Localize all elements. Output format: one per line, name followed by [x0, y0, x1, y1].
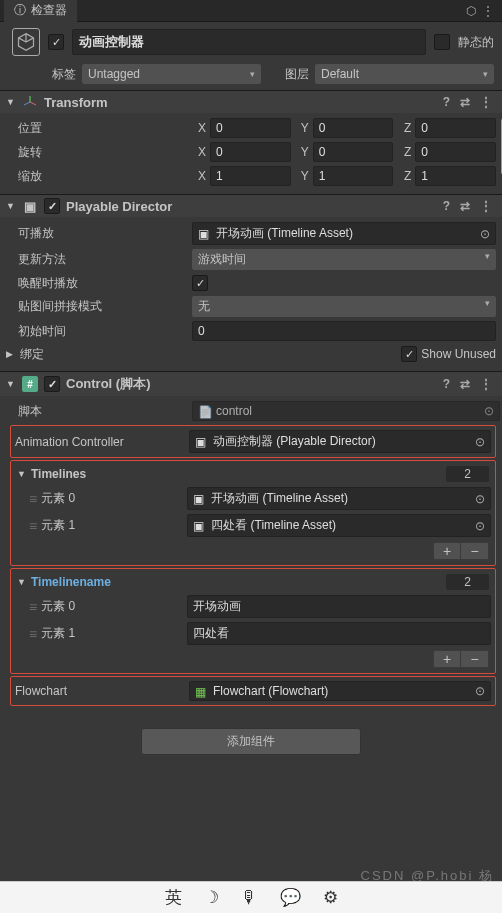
add-component-button[interactable]: 添加组件 — [141, 728, 361, 755]
preset-icon[interactable]: ⇄ — [460, 95, 470, 109]
z-label: Z — [397, 121, 411, 135]
gameobject-name-input[interactable]: 动画控制器 — [72, 29, 426, 55]
rotation-x-input[interactable]: 0 — [210, 142, 291, 162]
rotation-y-input[interactable]: 0 — [313, 142, 394, 162]
tag-label: 标签 — [52, 66, 76, 83]
object-picker-icon[interactable]: ⊙ — [475, 492, 485, 506]
flowchart-field[interactable]: ▦ Flowchart (Flowchart) ⊙ — [189, 681, 491, 701]
timelines-highlight: ▼ Timelines 2 ≡ 元素 0 ▣ 开场动画 (Timeline As… — [10, 460, 496, 566]
help-icon[interactable]: ? — [443, 377, 450, 391]
help-icon[interactable]: ? — [443, 199, 450, 213]
object-picker-icon[interactable]: ⊙ — [475, 435, 485, 449]
scale-x-input[interactable]: 1 — [210, 166, 291, 186]
moon-icon[interactable]: ☽ — [204, 887, 219, 908]
lock-icon[interactable]: ⬡ — [466, 4, 476, 18]
object-picker-icon[interactable]: ⊙ — [475, 684, 485, 698]
tag-dropdown[interactable]: Untagged — [82, 64, 261, 84]
position-x-input[interactable]: 0 — [210, 118, 291, 138]
director-header[interactable]: ▼ ▣ Playable Director ? ⇄ ⋮ — [0, 195, 502, 217]
drag-handle-icon[interactable]: ≡ — [29, 491, 35, 507]
drag-handle-icon[interactable]: ≡ — [29, 518, 35, 534]
object-picker-icon: ⊙ — [484, 404, 494, 418]
director-icon: ▣ — [22, 198, 38, 214]
timeline-icon: ▣ — [193, 519, 206, 532]
help-icon[interactable]: ? — [443, 95, 450, 109]
foldout-icon[interactable]: ▼ — [6, 97, 16, 107]
play-on-awake-checkbox[interactable] — [192, 275, 208, 291]
wrap-label: 贴图间拼接模式 — [18, 298, 188, 315]
flowchart-icon: ▦ — [195, 685, 208, 698]
foldout-icon[interactable]: ▶ — [6, 349, 16, 359]
foldout-icon[interactable]: ▼ — [6, 379, 16, 389]
rotation-z-input[interactable]: 0 — [415, 142, 496, 162]
timelines-array-header[interactable]: ▼ Timelines 2 — [15, 463, 491, 485]
transform-icon — [22, 94, 38, 110]
cube-icon — [16, 32, 36, 52]
ime-indicator[interactable]: 英 — [165, 886, 182, 909]
drag-handle-icon[interactable]: ≡ — [29, 599, 35, 615]
static-label: 静态的 — [458, 34, 494, 51]
add-component-row: 添加组件 — [0, 714, 502, 769]
timelinename-array-header[interactable]: ▼ Timelinename 2 — [15, 571, 491, 593]
playable-field[interactable]: ▣ 开场动画 (Timeline Asset) ⊙ — [192, 222, 496, 245]
timelinename-count[interactable]: 2 — [446, 574, 489, 590]
director-enable-checkbox[interactable] — [44, 198, 60, 214]
kebab-icon[interactable]: ⋮ — [482, 4, 494, 18]
gameobject-icon[interactable] — [12, 28, 40, 56]
transform-header[interactable]: ▼ Transform ? ⇄ ⋮ — [0, 91, 502, 113]
object-picker-icon[interactable]: ⊙ — [475, 519, 485, 533]
add-element-button[interactable]: + — [433, 650, 461, 668]
transform-title: Transform — [44, 95, 437, 110]
timeline-element-field[interactable]: ▣ 四处看 (Timeline Asset) ⊙ — [187, 514, 491, 537]
control-title: Control (脚本) — [66, 375, 437, 393]
remove-element-button[interactable]: − — [461, 650, 489, 668]
control-enable-checkbox[interactable] — [44, 376, 60, 392]
awake-label: 唤醒时播放 — [18, 275, 188, 292]
notif-icon[interactable]: 💬 — [280, 887, 301, 908]
list-item: ≡ 元素 1 四处看 — [15, 620, 491, 647]
preset-icon[interactable]: ⇄ — [460, 199, 470, 213]
foldout-icon[interactable]: ▼ — [17, 469, 27, 479]
anim-ctrl-field[interactable]: ▣ 动画控制器 (Playable Director) ⊙ — [189, 430, 491, 453]
scale-y-input[interactable]: 1 — [313, 166, 394, 186]
menu-icon[interactable]: ⋮ — [480, 95, 492, 109]
update-dropdown[interactable]: 游戏时间 — [192, 249, 496, 270]
static-checkbox[interactable] — [434, 34, 450, 50]
preset-icon[interactable]: ⇄ — [460, 377, 470, 391]
anim-controller-highlight: Animation Controller ▣ 动画控制器 (Playable D… — [10, 425, 496, 458]
inspector-tab[interactable]: ⓘ 检查器 — [4, 0, 77, 22]
bindings-label: 绑定 — [20, 346, 44, 363]
menu-icon[interactable]: ⋮ — [480, 377, 492, 391]
add-element-button[interactable]: + — [433, 542, 461, 560]
settings-icon[interactable]: ⚙ — [323, 887, 338, 908]
scale-z-input[interactable]: 1 — [415, 166, 496, 186]
remove-element-button[interactable]: − — [461, 542, 489, 560]
update-label: 更新方法 — [18, 251, 188, 268]
foldout-icon[interactable]: ▼ — [17, 577, 27, 587]
layer-label: 图层 — [285, 66, 309, 83]
flowchart-highlight: Flowchart ▦ Flowchart (Flowchart) ⊙ — [10, 676, 496, 706]
timelinename-input[interactable]: 四处看 — [187, 622, 491, 645]
show-unused-checkbox[interactable] — [401, 346, 417, 362]
position-y-input[interactable]: 0 — [313, 118, 394, 138]
object-picker-icon[interactable]: ⊙ — [480, 227, 490, 241]
control-header[interactable]: ▼ # Control (脚本) ? ⇄ ⋮ — [0, 372, 502, 396]
tag-layer-row: 标签 Untagged 图层 Default — [0, 62, 502, 90]
foldout-icon[interactable]: ▼ — [6, 201, 16, 211]
timelinename-input[interactable]: 开场动画 — [187, 595, 491, 618]
menu-icon[interactable]: ⋮ — [480, 199, 492, 213]
show-unused-label: Show Unused — [421, 347, 496, 361]
timeline-element-field[interactable]: ▣ 开场动画 (Timeline Asset) ⊙ — [187, 487, 491, 510]
x-label: X — [192, 121, 206, 135]
transform-component: ▼ Transform ? ⇄ ⋮ 位置 X0 Y0 Z0 旋转 X0 Y0 Z… — [0, 90, 502, 194]
initial-time-input[interactable]: 0 — [192, 321, 496, 341]
position-z-input[interactable]: 0 — [415, 118, 496, 138]
timelines-count[interactable]: 2 — [446, 466, 489, 482]
anim-ctrl-label: Animation Controller — [15, 435, 185, 449]
control-component: ▼ # Control (脚本) ? ⇄ ⋮ 脚本 📄 control ⊙ An… — [0, 371, 502, 714]
drag-handle-icon[interactable]: ≡ — [29, 626, 35, 642]
wrap-dropdown[interactable]: 无 — [192, 296, 496, 317]
mic-icon[interactable]: 🎙 — [241, 888, 258, 908]
layer-dropdown[interactable]: Default — [315, 64, 494, 84]
active-checkbox[interactable] — [48, 34, 64, 50]
